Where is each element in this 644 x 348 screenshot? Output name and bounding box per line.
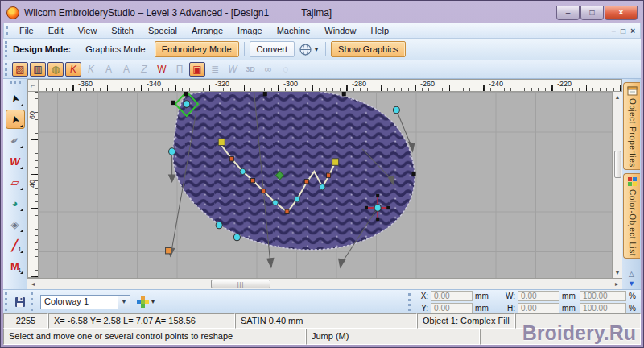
tatami-fill-icon[interactable]: ▥ (30, 62, 46, 77)
minimize-button[interactable]: – (556, 6, 580, 20)
reshape-object-tool[interactable]: ➤ (6, 110, 25, 129)
ruler-label: -340 (147, 80, 215, 91)
menu-item[interactable]: View (71, 24, 105, 37)
select-object-tool[interactable]: ➤ (6, 89, 25, 108)
backstitch-icon[interactable]: ≣ (207, 62, 223, 77)
percent-label: % (629, 304, 636, 313)
pointer-coordinates: X= -6.58 Y= 2.58 L= 7.07 A= 158.56 (48, 313, 235, 329)
scroll-right-button[interactable]: ▸ (611, 279, 622, 289)
curved-fill-icon[interactable]: K (65, 62, 81, 77)
separator (325, 42, 326, 56)
ruler-label: -320 (215, 80, 283, 91)
mdi-close-button[interactable]: × (630, 27, 635, 35)
run-stitch-tool[interactable]: ╱ 1 (6, 235, 25, 255)
y-field[interactable] (431, 303, 473, 313)
scroll-left-button[interactable]: ◂ (27, 279, 39, 289)
menu-item[interactable]: Edit (41, 24, 71, 37)
width-field[interactable] (518, 291, 559, 301)
colorway-palette-dropdown[interactable]: ▾ (137, 296, 155, 308)
menu-item[interactable]: Special (141, 24, 184, 37)
x-field[interactable] (431, 291, 473, 301)
toolbar-grip[interactable] (10, 81, 21, 86)
mdi-restore-button[interactable]: □ (621, 27, 625, 35)
height-field[interactable] (518, 303, 559, 313)
reshape-handle (166, 247, 171, 254)
design-canvas[interactable] (39, 92, 612, 278)
toolbar-grip[interactable] (5, 63, 10, 76)
close-button[interactable]: × (605, 6, 638, 20)
menu-item[interactable]: Image (230, 24, 270, 37)
panel-scroll-up-icon[interactable]: △ (628, 270, 635, 278)
pattern-fill-icon[interactable]: ▨ (12, 62, 28, 77)
scroll-up-button[interactable]: ▲ (615, 92, 621, 102)
ruler-label: -260 (420, 80, 489, 91)
menu-item[interactable]: Arrange (184, 24, 230, 37)
closed-shape-tool[interactable]: ▱ (6, 172, 25, 192)
vertical-scrollbar[interactable]: ▲ ▼ (612, 92, 622, 278)
property-bar: Colorway 1 ▼ ▾ X: mm Y: (3, 289, 641, 313)
stitch-toolbar: ▨▥◍KKAAZWΠ▣≣W3D∞◌ (3, 60, 641, 79)
toolbar-grip[interactable] (6, 26, 10, 35)
scale-x-field[interactable] (580, 291, 626, 301)
contour-fill-icon[interactable]: K (83, 62, 99, 77)
toolbar-grip[interactable] (5, 41, 10, 57)
motif-run-icon[interactable]: ▣ (189, 62, 205, 77)
hoop-display-icon[interactable]: ◌ (278, 62, 294, 77)
menu-item[interactable]: Machine (270, 24, 318, 37)
dropdown-caret-icon: ▾ (151, 298, 155, 305)
menu-item[interactable]: Window (317, 24, 363, 37)
horizontal-scroll-thumb[interactable]: ||| (211, 280, 270, 288)
graphics-mode-button[interactable]: Graphics Mode (78, 41, 153, 57)
toolbar-grip[interactable] (5, 292, 10, 311)
raised-satin-icon[interactable]: A (118, 62, 134, 77)
maximize-button[interactable]: □ (580, 6, 604, 20)
stemstitch-icon[interactable]: W (225, 62, 241, 77)
panel-scroll-down-icon[interactable]: ▼ (628, 280, 635, 288)
globe-icon (299, 43, 312, 56)
convert-button[interactable]: Convert (250, 41, 295, 57)
tab-color-object-list[interactable]: Color-Object List (623, 173, 640, 259)
mdi-window-controls: – □ × (612, 27, 640, 35)
knife-tool[interactable]: ✒ (6, 130, 25, 150)
triple-run-tool[interactable]: M 1 (6, 256, 25, 276)
mdi-minimize-button[interactable]: – (612, 27, 617, 35)
x-unit: mm (475, 292, 489, 300)
scroll-down-button[interactable]: ▼ (615, 267, 621, 278)
status-spacer (480, 329, 641, 345)
combo-dropdown-icon[interactable]: ▼ (118, 296, 130, 309)
satin-stitch-icon[interactable]: A (101, 62, 117, 77)
scale-y-field[interactable] (580, 303, 626, 313)
zigzag-stitch-icon[interactable]: W (154, 62, 170, 77)
tab-object-properties[interactable]: Object Properties (623, 82, 640, 170)
horizontal-scrollbar[interactable]: ◂ ||| ▸ (27, 278, 622, 289)
ellipse-star-tool[interactable]: ◕ (6, 193, 25, 213)
program-split-icon[interactable]: Z (136, 62, 152, 77)
separator (244, 42, 245, 56)
design-mode-label: Design Mode: (13, 44, 71, 54)
square-stitch-icon[interactable]: Π (171, 62, 188, 77)
toolbar-grip[interactable] (408, 293, 413, 311)
3d-warp-icon[interactable]: 3D (242, 62, 258, 77)
y-label: Y: (418, 304, 428, 313)
lettering-tool[interactable]: W (6, 151, 25, 171)
ruler-label: -280 (352, 80, 420, 91)
save-colorway-button[interactable] (11, 293, 29, 311)
save-icon (14, 296, 26, 308)
toolbar-grip[interactable] (31, 292, 35, 311)
show-graphics-button[interactable]: Show Graphics (331, 41, 406, 57)
ruler-corner-button[interactable]: ⌐ (27, 79, 39, 92)
h-label: H: (505, 304, 515, 313)
reshape-node-tool[interactable]: ◈ (6, 214, 25, 234)
hoop-globe-dropdown[interactable]: ▾ (295, 41, 321, 58)
motif-fill-icon[interactable]: ◍ (47, 62, 64, 77)
trueview-icon[interactable]: ∞ (260, 62, 276, 77)
embroidery-mode-button[interactable]: Embroidery Mode (155, 41, 239, 57)
menu-item[interactable]: Stitch (104, 24, 141, 37)
menu-bar: FileEditViewStitchSpecialArrangeImageMac… (3, 23, 641, 39)
right-panel-tabs: Object Properties Color-Object List △ ▼ (622, 79, 641, 289)
menu-item[interactable]: File (12, 24, 41, 37)
colorway-select[interactable]: Colorway 1 ▼ (40, 295, 130, 309)
vertical-scroll-thumb[interactable] (614, 151, 621, 178)
menu-item[interactable]: Help (363, 24, 396, 37)
window-controls: – □ × (555, 6, 638, 20)
